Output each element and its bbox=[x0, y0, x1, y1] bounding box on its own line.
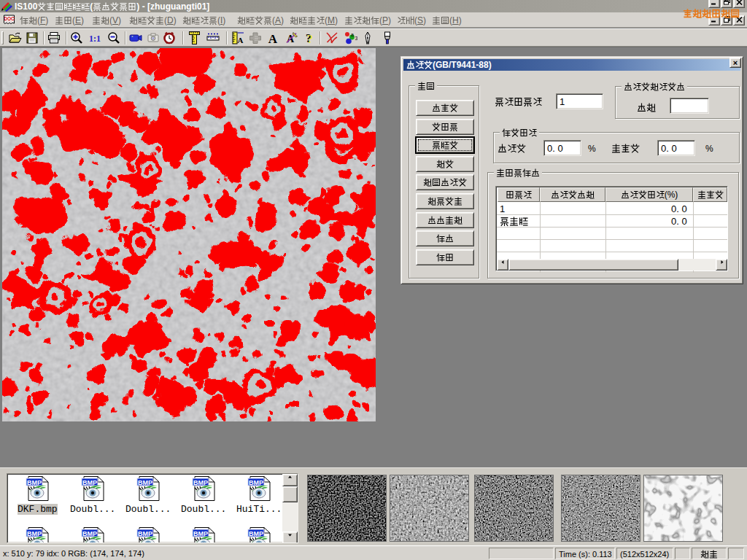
svg-text:A: A bbox=[238, 36, 244, 44]
svg-text:DOC: DOC bbox=[4, 16, 15, 21]
svg-text:BMP: BMP bbox=[193, 479, 208, 486]
svg-text:BMP: BMP bbox=[27, 530, 42, 537]
svg-text:BMP: BMP bbox=[138, 530, 152, 537]
svg-text:BMP: BMP bbox=[249, 479, 263, 486]
svg-text:BMP: BMP bbox=[138, 479, 152, 486]
svg-text:3: 3 bbox=[355, 36, 358, 41]
svg-text:a: a bbox=[351, 32, 354, 37]
svg-text:BMP: BMP bbox=[193, 530, 208, 537]
svg-text:BMP: BMP bbox=[249, 530, 263, 537]
svg-text:BMP: BMP bbox=[82, 479, 97, 486]
svg-text:BMP: BMP bbox=[27, 479, 42, 486]
svg-text:A: A bbox=[268, 32, 278, 46]
svg-text:?: ? bbox=[307, 33, 313, 45]
svg-text:BMP: BMP bbox=[82, 530, 97, 537]
svg-text:1:1: 1:1 bbox=[89, 34, 101, 44]
